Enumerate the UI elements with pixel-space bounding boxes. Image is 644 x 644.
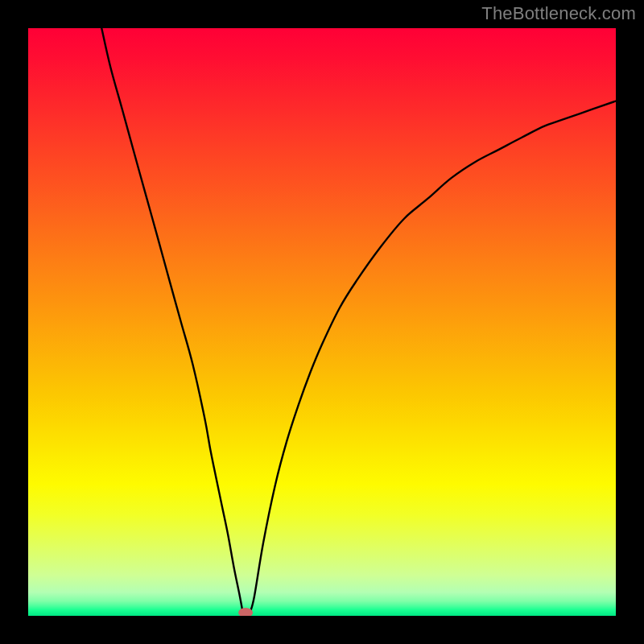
watermark-text: TheBottleneck.com (481, 3, 636, 24)
plot-area (28, 28, 616, 616)
gradient-background (28, 28, 616, 616)
chart-svg (28, 28, 616, 616)
chart-frame: TheBottleneck.com (0, 0, 644, 644)
